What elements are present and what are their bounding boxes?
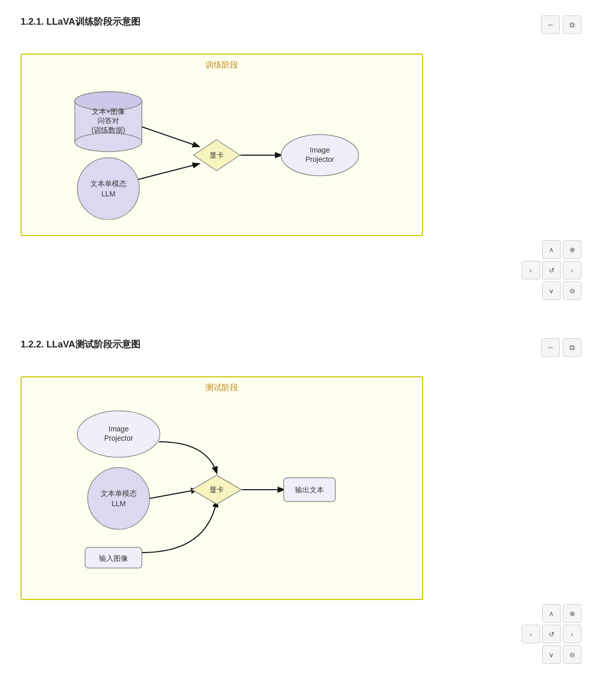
diagram2-nav: ∧ ⊕ ‹ ↺ › ∨ ⊖	[522, 604, 581, 664]
svg-point-7	[77, 158, 139, 220]
diagram2-nav-left[interactable]: ‹	[522, 625, 540, 643]
diagram2-svg: Image Projector 文本单模态 LLM 输入图像 显卡 输出文	[46, 388, 397, 584]
diagram2-nav-reset[interactable]: ↺	[542, 625, 561, 643]
diagram1-label: 训练阶段	[205, 60, 238, 71]
diagram1-expand-btn[interactable]: ↔	[541, 15, 560, 34]
diagram1-nav-up[interactable]: ∧	[542, 240, 561, 259]
diagram1-nav: ∧ ⊕ ‹ ↺ › ∨ ⊖	[522, 240, 581, 300]
diagram2-title: 1.2.2. LLaVA测试阶段示意图	[21, 338, 581, 351]
diagram2-nav-up[interactable]: ∧	[542, 604, 561, 623]
diagram2-expand-btn[interactable]: ↔	[541, 338, 560, 357]
diagram2-wrapper: 1.2.2. LLaVA测试阶段示意图 ↔ ⧉ 测试阶段 Image Proje…	[21, 338, 581, 671]
diagram2-label: 测试阶段	[205, 382, 238, 393]
diagram1-nav-right[interactable]: ›	[563, 261, 581, 279]
svg-text:Image: Image	[109, 425, 129, 433]
svg-text:输入图像: 输入图像	[99, 554, 128, 562]
diagram1-wrapper: 1.2.1. LLaVA训练阶段示意图 ↔ ⧉ 训练阶段 文本+图像 问答对 (…	[21, 15, 581, 307]
svg-text:Projector: Projector	[104, 434, 133, 442]
diagram1-copy-btn[interactable]: ⧉	[563, 15, 581, 34]
svg-text:Projector: Projector	[305, 155, 334, 163]
svg-point-21	[88, 468, 150, 529]
svg-text:显卡: 显卡	[209, 151, 224, 159]
empty2	[522, 281, 540, 300]
svg-text:Image: Image	[310, 146, 330, 154]
diagram1-nav-down[interactable]: ∨	[542, 281, 561, 300]
svg-text:显卡: 显卡	[209, 486, 224, 494]
svg-line-10	[142, 127, 199, 146]
svg-text:文本+图像: 文本+图像	[92, 107, 125, 115]
empty4	[522, 645, 540, 664]
diagram1-zoom-in[interactable]: ⊕	[563, 240, 581, 259]
diagram2-container: 测试阶段 Image Projector 文本单模态 LLM 输入图像 显卡	[21, 376, 423, 600]
svg-point-2	[75, 133, 142, 152]
diagram2-nav-right[interactable]: ›	[563, 625, 581, 643]
svg-text:(训练数据): (训练数据)	[91, 126, 125, 134]
svg-text:文本单模态: 文本单模态	[101, 489, 137, 497]
diagram1-nav-reset[interactable]: ↺	[542, 261, 561, 279]
svg-text:LLM: LLM	[101, 190, 115, 198]
diagram2-zoom-out[interactable]: ⊖	[563, 645, 581, 664]
diagram1-nav-left[interactable]: ‹	[522, 261, 540, 279]
svg-line-26	[150, 490, 197, 498]
svg-text:输出文本: 输出文本	[295, 486, 324, 494]
svg-text:文本单模态: 文本单模态	[90, 179, 126, 188]
diagram2-toolbar: ↔ ⧉	[541, 338, 581, 357]
diagram1-zoom-out[interactable]: ⊖	[563, 281, 581, 300]
diagram1-container: 训练阶段 文本+图像 问答对 (训练数据) 文本单模态 LLM 显卡	[21, 54, 423, 236]
empty3	[522, 604, 540, 623]
diagram1-svg: 文本+图像 问答对 (训练数据) 文本单模态 LLM 显卡 Image Proj…	[46, 65, 397, 220]
diagram2-nav-down[interactable]: ∨	[542, 645, 561, 664]
diagram2-zoom-in[interactable]: ⊕	[563, 604, 581, 623]
empty1	[522, 240, 540, 259]
svg-line-11	[138, 164, 199, 179]
svg-text:问答对: 问答对	[97, 116, 119, 125]
svg-text:LLM: LLM	[111, 499, 125, 508]
diagram1-toolbar: ↔ ⧉	[541, 15, 581, 34]
diagram2-copy-btn[interactable]: ⧉	[563, 338, 581, 357]
diagram1-title: 1.2.1. LLaVA训练阶段示意图	[21, 15, 581, 28]
